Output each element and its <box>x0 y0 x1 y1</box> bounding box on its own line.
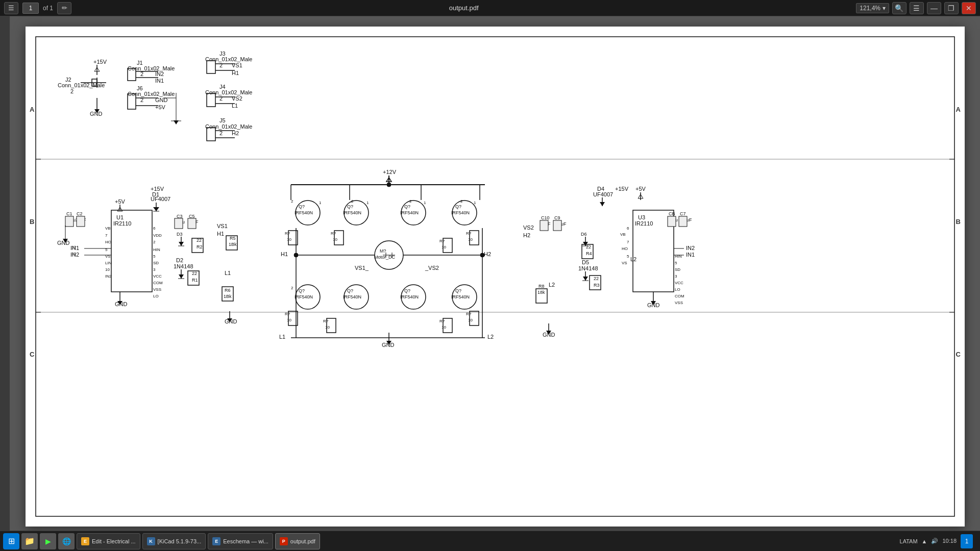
svg-text:VS: VS <box>622 261 627 265</box>
taskbar-item-kicad-main[interactable]: K [KiCad 5.1.9-73... <box>142 533 206 549</box>
taskbar-item-pdf[interactable]: P output.pdf <box>275 533 320 549</box>
taskbar-item-eeschema[interactable]: E Eeschema — wi... <box>208 533 273 549</box>
svg-text:2: 2 <box>140 71 143 77</box>
svg-rect-242 <box>679 216 687 227</box>
svg-text:Conn_01x02_Male: Conn_01x02_Male <box>205 123 252 130</box>
svg-text:C9: C9 <box>554 215 560 220</box>
svg-rect-110 <box>175 218 183 229</box>
svg-rect-248 <box>553 220 561 231</box>
restore-button[interactable]: ❐ <box>944 2 959 14</box>
svg-text:R8: R8 <box>538 284 545 289</box>
minimize-button[interactable]: — <box>927 2 941 14</box>
menu-button[interactable]: ☰ <box>910 2 924 14</box>
svg-text:VSS: VSS <box>675 300 683 305</box>
svg-text:R?: R? <box>439 239 445 243</box>
svg-text:CB: CB <box>669 211 675 216</box>
svg-text:10: 10 <box>442 325 446 330</box>
svg-text:VS1: VS1 <box>232 62 242 68</box>
svg-text:1N4148: 1N4148 <box>174 263 193 269</box>
taskbar-item-pdf-label: output.pdf <box>290 538 315 544</box>
svg-text:GND: GND <box>57 240 70 246</box>
pdf-page: A B C A B C text { font-family: Arial, s… <box>26 27 965 527</box>
svg-text:VDD: VDD <box>153 233 162 238</box>
schematic-diagram: text { font-family: Arial, sans-serif; f… <box>26 27 965 527</box>
svg-text:L2: L2 <box>630 256 636 262</box>
svg-text:H1: H1 <box>232 70 239 76</box>
svg-text:SD: SD <box>153 261 159 265</box>
svg-text:1: 1 <box>366 201 369 205</box>
svg-text:R4: R4 <box>586 251 592 256</box>
svg-text:Q?: Q? <box>299 204 305 209</box>
svg-text:IRF540N: IRF540N <box>451 294 470 299</box>
svg-text:1: 1 <box>319 201 322 205</box>
svg-text:R?: R? <box>285 312 290 316</box>
svg-text:C7: C7 <box>680 211 686 216</box>
svg-text:2: 2 <box>219 130 223 136</box>
sidebar-toggle-button[interactable]: ☰ <box>4 2 18 14</box>
svg-text:2: 2 <box>219 62 223 68</box>
zoom-dropdown-icon: ▾ <box>883 5 886 12</box>
svg-text:Conn_01x02_Male: Conn_01x02_Male <box>58 82 105 88</box>
edit-button[interactable]: ✏ <box>57 2 71 14</box>
svg-text:L1: L1 <box>279 334 285 340</box>
svg-text:Conn_01x02_Male: Conn_01x02_Male <box>205 89 252 95</box>
close-button[interactable]: ✕ <box>962 2 976 14</box>
clock: 10:18 <box>942 537 957 545</box>
file-manager-button[interactable]: 📁 <box>21 533 38 549</box>
svg-text:C10: C10 <box>541 215 550 220</box>
svg-text:11: 11 <box>71 252 76 256</box>
svg-text:U1: U1 <box>116 214 124 220</box>
svg-text:IR2110: IR2110 <box>113 220 131 227</box>
svg-text:COM: COM <box>675 294 684 298</box>
taskbar-sys: LATAM ▲ 🔊 10:18 1 <box>896 534 977 548</box>
svg-marker-116 <box>179 242 184 246</box>
svg-text:GND: GND <box>647 302 660 308</box>
svg-rect-43 <box>207 61 215 73</box>
zoom-display[interactable]: 121,4% ▾ <box>856 3 889 13</box>
svg-text:7: 7 <box>627 240 629 244</box>
start-button[interactable]: ⊞ <box>3 533 19 549</box>
svg-text:10: 10 <box>287 318 291 322</box>
svg-text:5: 5 <box>627 254 629 259</box>
svg-text:2: 2 <box>460 199 463 204</box>
vertical-ruler <box>0 16 10 531</box>
svg-text:M?: M? <box>380 248 386 254</box>
svg-text:UF4007: UF4007 <box>151 196 170 202</box>
svg-text:H2: H2 <box>484 251 491 257</box>
svg-text:Q?: Q? <box>455 288 461 293</box>
svg-text:10: 10 <box>287 237 291 242</box>
svg-text:Q?: Q? <box>404 204 410 209</box>
svg-text:IRF540N: IRF540N <box>451 210 470 215</box>
search-button[interactable]: 🔍 <box>892 2 906 14</box>
svg-text:D5: D5 <box>582 259 589 265</box>
svg-text:VS2: VS2 <box>523 224 534 231</box>
svg-text:6: 6 <box>153 226 156 231</box>
svg-text:1Bk: 1Bk <box>224 294 232 299</box>
svg-text:2: 2 <box>153 240 156 244</box>
svg-text:R?: R? <box>331 231 336 236</box>
terminal-button[interactable]: ▶ <box>40 533 56 549</box>
svg-text:L1: L1 <box>225 270 231 276</box>
svg-text:VS: VS <box>105 254 111 259</box>
svg-text:D3: D3 <box>177 232 183 237</box>
svg-text:+15V: +15V <box>615 186 629 192</box>
svg-text:R6: R6 <box>225 288 231 293</box>
svg-text:HO: HO <box>622 246 628 251</box>
svg-text:H2: H2 <box>232 130 239 136</box>
svg-text:+15V: +15V <box>93 59 107 65</box>
page-number-input[interactable] <box>22 3 39 14</box>
taskbar-item-kicad-edit[interactable]: E Edit - Electrical ... <box>77 533 140 549</box>
svg-text:LO: LO <box>153 294 159 298</box>
pdf-viewer[interactable]: A B C A B C text { font-family: Arial, s… <box>10 16 980 531</box>
taskbar-item-kicad-main-label: [KiCad 5.1.9-73... <box>158 538 202 544</box>
titlebar: ☰ of 1 ✏ output.pdf 121,4% ▾ 🔍 ☰ — ❐ ✕ <box>0 0 980 16</box>
taskbar-item-eeschema-label: Eeschema — wi... <box>223 538 268 544</box>
browser-button[interactable]: 🌐 <box>58 533 75 549</box>
svg-rect-101 <box>65 216 74 227</box>
svg-text:Q?: Q? <box>455 204 461 209</box>
svg-text:IN1: IN1 <box>686 252 695 258</box>
svg-text:R?: R? <box>466 312 472 316</box>
svg-text:R3: R3 <box>594 283 600 288</box>
svg-text:IRF540N: IRF540N <box>343 294 361 299</box>
notification-button[interactable]: 1 <box>961 534 973 548</box>
